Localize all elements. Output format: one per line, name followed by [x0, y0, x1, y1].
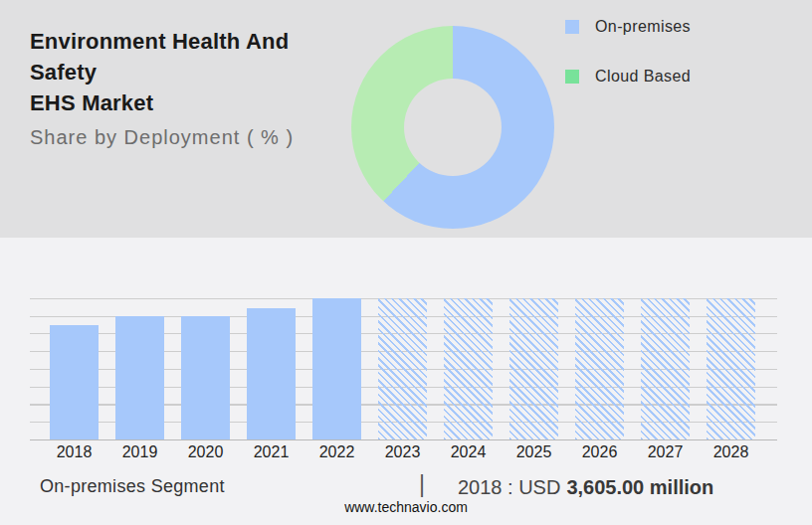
bar-2023: [378, 298, 427, 439]
donut-hole: [404, 79, 502, 176]
x-axis-line: [30, 439, 777, 440]
legend-item-cloud-based: Cloud Based: [565, 67, 691, 87]
title-block: Environment Health And Safety EHS Market…: [30, 26, 358, 149]
bar-2018: [50, 325, 99, 439]
stat-divider: |: [419, 471, 425, 498]
bar-2025: [509, 298, 558, 439]
legend-swatch-green: [565, 70, 579, 84]
x-axis-label-2023: 2023: [370, 443, 436, 461]
website-url: www.technavio.com: [0, 499, 812, 515]
legend-item-on-premises: On-premises: [565, 17, 691, 37]
bar-2024: [444, 298, 493, 439]
bar-chart-plot-area: [30, 298, 777, 440]
x-axis-label-2019: 2019: [107, 443, 173, 461]
legend-label-on-premises: On-premises: [595, 18, 691, 36]
segment-label: On-premises Segment: [40, 476, 225, 497]
x-axis-label-2018: 2018: [42, 443, 107, 461]
x-axis-label-2020: 2020: [173, 443, 239, 461]
legend-label-cloud-based: Cloud Based: [595, 68, 691, 86]
legend-swatch-blue: [565, 20, 579, 34]
stat-value: 3,605.00 million: [566, 476, 713, 498]
legend: On-premises Cloud Based: [565, 17, 691, 116]
infographic-page: Environment Health And Safety EHS Market…: [0, 0, 812, 525]
page-title-line2: EHS Market: [30, 88, 358, 118]
bar-2021: [247, 308, 296, 439]
header-section: Environment Health And Safety EHS Market…: [0, 0, 812, 238]
x-axis-label-2028: 2028: [699, 443, 764, 461]
stat-2018: 2018 : USD3,605.00 million: [458, 476, 713, 499]
donut-chart: [351, 26, 554, 229]
chart-subtitle: Share by Deployment ( % ): [30, 126, 358, 149]
bar-2022: [312, 298, 361, 439]
bar-2020: [181, 316, 230, 439]
x-axis-label-2025: 2025: [502, 443, 567, 461]
page-title-line1: Environment Health And Safety: [30, 26, 358, 88]
x-axis-label-2024: 2024: [436, 443, 502, 461]
x-axis-label-2027: 2027: [633, 443, 699, 461]
x-axis-label-2021: 2021: [239, 443, 304, 461]
x-axis-label-2022: 2022: [304, 443, 370, 461]
bar-2027: [641, 298, 690, 439]
bar-2019: [115, 316, 164, 439]
x-axis-label-2026: 2026: [567, 443, 633, 461]
bar-2026: [575, 298, 624, 439]
bar-2028: [707, 298, 755, 439]
chart-section: 2018201920202021202220232024202520262027…: [0, 238, 812, 525]
stat-prefix: 2018 : USD: [458, 476, 560, 498]
